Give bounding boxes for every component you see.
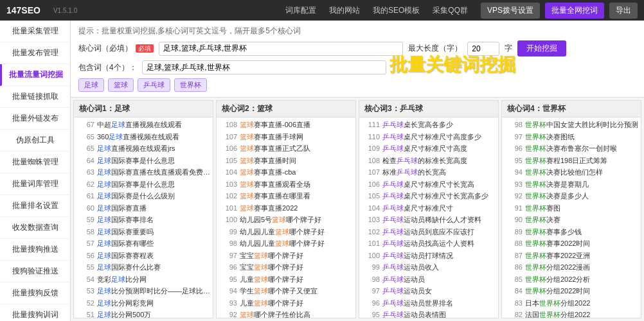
table-row[interactable]: 100幼儿园5号篮球哪个牌子好 — [217, 214, 355, 226]
table-row[interactable]: 98世界杯中国女篮大胜比利时比分预测 — [502, 119, 641, 131]
table-row[interactable]: 83日本世界杯分组2022 — [502, 297, 641, 309]
table-row[interactable]: 93儿童篮球哪个牌子好 — [217, 297, 355, 309]
sidebar-item-flow-dig[interactable]: 批量流量词挖掘 — [0, 64, 70, 86]
table-row[interactable]: 99乒乓球运动员收入 — [359, 261, 498, 273]
vps-btn[interactable]: VPS拨号设置 — [481, 3, 540, 19]
table-row[interactable]: 101篮球赛事直播2022 — [217, 202, 355, 214]
table-row[interactable]: 106篮球赛事直播正式乙队 — [217, 143, 355, 155]
table-row[interactable]: 107标准乒乓球的长宽高 — [359, 166, 498, 178]
table-row[interactable]: 110乒乓球桌尺寸标准尺寸高度多少 — [359, 131, 498, 143]
table-row[interactable]: 99幼儿园儿童篮球哪个牌子好 — [217, 226, 355, 238]
table-row[interactable]: 51足球比分网500万 — [74, 309, 213, 318]
table-row[interactable]: 67中超足球直播视频在线观看 — [74, 119, 213, 131]
table-row[interactable]: 105篮球赛事直播时间 — [217, 155, 355, 167]
tag-0[interactable]: 足球 — [78, 78, 104, 92]
table-row[interactable]: 82法国世界杯分组2022 — [502, 309, 641, 318]
table-row[interactable]: 64足球国际赛事是什么意思 — [74, 155, 213, 167]
unit-label: 字 — [505, 43, 512, 54]
table-row[interactable]: 63足球国际赛直播在线直播观看免费欢宝 — [74, 166, 213, 178]
bulk-dig-btn[interactable]: 批量全网挖词 — [545, 3, 604, 19]
table-row[interactable]: 52足球比分网彩竞网 — [74, 297, 213, 309]
table-row[interactable]: 108检查乒乓球的标准长宽高度 — [359, 155, 498, 167]
sidebar-item-outlink[interactable]: 批量外链发布 — [0, 108, 70, 130]
table-row[interactable]: 90世界杯决赛 — [502, 214, 641, 226]
table-row[interactable]: 92世界杯决赛是多少人 — [502, 190, 641, 202]
table-row[interactable]: 98乒乓球运动员 — [359, 273, 498, 286]
sidebar-item-sogou-push[interactable]: 批量搜狗推送 — [0, 239, 70, 261]
nav-word-config[interactable]: 词库配置 — [285, 5, 316, 16]
table-row[interactable]: 65360足球直播视频在线观看 — [74, 131, 213, 143]
table-row[interactable]: 59足球国际赛事排名 — [74, 214, 213, 226]
table-row[interactable]: 97宝宝篮球哪个牌子好 — [217, 250, 355, 262]
table-row[interactable]: 111乒乓球桌长宽高各多少 — [359, 119, 498, 131]
table-row[interactable]: 87世界杯赛事2022亚洲 — [502, 250, 641, 262]
tag-3[interactable]: 世界杯 — [174, 78, 207, 92]
tag-1[interactable]: 篮球 — [108, 78, 134, 92]
start-btn[interactable]: 开始挖掘 — [517, 40, 566, 56]
core-input[interactable] — [159, 42, 403, 56]
sidebar-item-sogou-feedback[interactable]: 批量搜狗反馈 — [0, 282, 70, 304]
table-row[interactable]: 89世界杯赛事多少钱 — [502, 226, 641, 238]
table-row[interactable]: 101乒乓球运动员找高运个人资料 — [359, 238, 498, 250]
table-row[interactable]: 106乒乓球桌尺寸标准尺寸长宽高 — [359, 178, 498, 191]
table-row[interactable]: 104乒乓球桌尺寸标准尺寸 — [359, 202, 498, 214]
table-row[interactable]: 86世界杯分组2022漫画 — [502, 261, 641, 273]
core-label: 核心词（必填） 必填 — [78, 43, 154, 54]
nav-qq-group[interactable]: 采集QQ群 — [433, 5, 468, 16]
table-row[interactable]: 96世界杯决赛布鲁塞尔一创封喉 — [502, 143, 641, 155]
table-row[interactable]: 57足球国际赛有哪些 — [74, 238, 213, 250]
table-row[interactable]: 96乒乓球运动员世界排名 — [359, 297, 498, 309]
table-row[interactable]: 93世界杯决赛是赛期几 — [502, 178, 641, 191]
table-row[interactable]: 109乒乓球桌尺寸标准尺寸高度 — [359, 143, 498, 155]
nav-my-site[interactable]: 我的网站 — [329, 5, 360, 16]
table-row[interactable]: 103篮球赛事直播观看全场 — [217, 178, 355, 191]
table-row[interactable]: 95世界杯赛程198日正式筹筹 — [502, 155, 641, 167]
nav-seo-template[interactable]: 我的SEO模板 — [373, 5, 420, 16]
result-text: 乒乓球运动员女 — [382, 286, 496, 297]
tag-2[interactable]: 乒乓球 — [138, 78, 170, 92]
sidebar-item-sogou-train[interactable]: 批量搜狗训词 — [0, 304, 70, 321]
table-row[interactable]: 84世界杯分组2022时间 — [502, 285, 641, 297]
table-row[interactable]: 61足球国际赛是什么么级别 — [74, 190, 213, 202]
table-row[interactable]: 97世界杯决赛图纸 — [502, 131, 641, 143]
table-row[interactable]: 105乒乓球桌尺寸标准尺寸长宽高多少 — [359, 190, 498, 202]
sidebar-item-pseudo-original[interactable]: 伪原创工具 — [0, 130, 70, 152]
sidebar-item-collect[interactable]: 批量采集管理 — [0, 21, 70, 42]
sidebar-item-data-query[interactable]: 收发数据查询 — [0, 217, 70, 239]
table-row[interactable]: 107篮球赛事直播手球网 — [217, 131, 355, 143]
table-row[interactable]: 65足球直播视频在线观看jrs — [74, 143, 213, 155]
table-row[interactable]: 94学生篮球哪个牌子又便宜 — [217, 285, 355, 297]
table-row[interactable]: 88世界杯赛事2022时间 — [502, 238, 641, 250]
table-row[interactable]: 103乒乓球运动员稀缺什么人才资料 — [359, 214, 498, 226]
table-row[interactable]: 60足球国际赛直播 — [74, 202, 213, 214]
sidebar-item-spider[interactable]: 批量蜘蛛管理 — [0, 152, 70, 173]
table-row[interactable]: 62足球国际赛事是什么意思 — [74, 178, 213, 191]
table-row[interactable]: 96宝宝篮球哪个牌子好 — [217, 261, 355, 273]
export-btn[interactable]: 导出 — [609, 3, 638, 19]
table-row[interactable]: 98幼儿园儿童篮球哪个牌子好 — [217, 238, 355, 250]
table-row[interactable]: 100乒乓球运动员打球情况 — [359, 250, 498, 262]
max-len-input[interactable] — [467, 42, 499, 56]
sidebar-item-sogou-verify[interactable]: 搜狗验证推送 — [0, 261, 70, 282]
table-row[interactable]: 102篮球赛事直播在哪里看 — [217, 190, 355, 202]
table-row[interactable]: 92篮球哪个牌子性价比高 — [217, 309, 355, 318]
table-row[interactable]: 108篮球赛事直播-006直播 — [217, 119, 355, 131]
table-row[interactable]: 54竞彩足球比分网 — [74, 273, 213, 286]
table-row[interactable]: 102乒乓球运动员到底应不应该打 — [359, 226, 498, 238]
include-input[interactable] — [142, 60, 386, 74]
table-row[interactable]: 56足球国际赛赛程表 — [74, 250, 213, 262]
sidebar-item-publish[interactable]: 批量发布管理 — [0, 42, 70, 64]
table-row[interactable]: 85世界杯分组2022分析 — [502, 273, 641, 286]
table-row[interactable]: 94世界杯决赛比较他们怎样 — [502, 166, 641, 178]
sidebar-item-wordlib[interactable]: 批量词库管理 — [0, 173, 70, 195]
sidebar-item-link-grab[interactable]: 批量链接抓取 — [0, 86, 70, 108]
table-row[interactable]: 58足球国际赛重要吗 — [74, 226, 213, 238]
table-row[interactable]: 91世界杯赛图 — [502, 202, 641, 214]
table-row[interactable]: 95乒乓球运动员表情图 — [359, 309, 498, 318]
table-row[interactable]: 55足球国际赛什么比赛 — [74, 261, 213, 273]
sidebar-item-rank[interactable]: 批量排名设置 — [0, 195, 70, 217]
table-row[interactable]: 95儿童篮球哪个牌子好 — [217, 273, 355, 286]
table-row[interactable]: 97乒乓球运动员女 — [359, 285, 498, 297]
table-row[interactable]: 104篮球赛事直播-cba — [217, 166, 355, 178]
table-row[interactable]: 53足球比分预测即时比分——足球比赛结果500 — [74, 285, 213, 297]
